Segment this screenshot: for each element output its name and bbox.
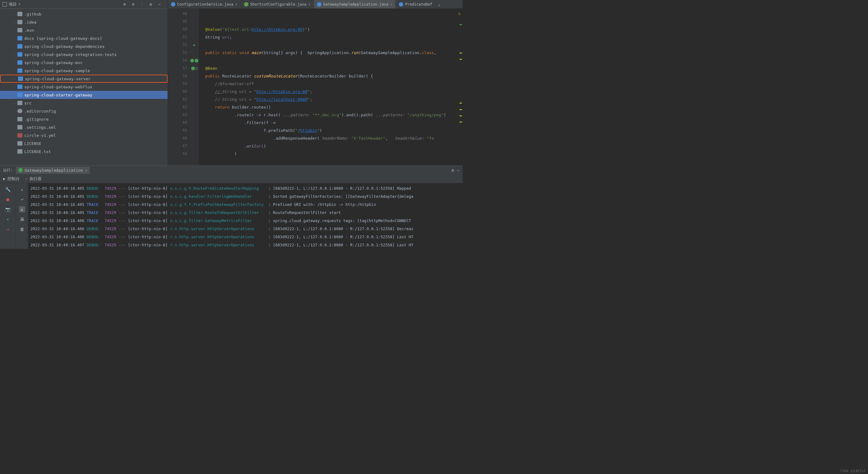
tree-item[interactable]: ›spring-cloud-gateway-webflux — [0, 83, 167, 91]
tree-item[interactable]: ›.idea — [0, 18, 167, 26]
run-config-tab[interactable]: GatewaySampleApplication × — [16, 167, 90, 174]
run-gutter-icon[interactable]: ▶ — [193, 43, 195, 47]
editor-tab[interactable]: PredicateDef — [396, 0, 436, 8]
tree-item-label: .idea — [24, 20, 36, 25]
close-icon[interactable]: × — [235, 2, 238, 6]
tab-label: ShortcutConfigurable.java — [250, 2, 307, 6]
tree-item[interactable]: .settings.xml — [0, 123, 167, 131]
chevron-icon[interactable]: › — [12, 21, 16, 24]
line-number: 51 — [168, 33, 187, 41]
stop-button[interactable]: ■ — [5, 196, 11, 203]
tree-item[interactable]: ›spring-cloud-gateway-mvc — [0, 58, 167, 66]
minimize-icon[interactable]: — — [457, 168, 460, 173]
bug-icon[interactable]: ✶ — [5, 216, 11, 223]
tree-item[interactable]: ›spring-cloud-gateway-sample — [0, 66, 167, 75]
folder-icon — [18, 101, 22, 105]
line-number: 66 — [168, 135, 187, 142]
log-line: 2022-03-31 10:40:18.405 TRACE 74529 --- … — [30, 209, 460, 217]
editor-tab[interactable]: ShortcutConfigurable.java× — [241, 0, 314, 8]
project-title: 项目 — [9, 2, 17, 7]
tabs-dropdown-icon[interactable]: ⌄ — [436, 0, 443, 8]
tree-item[interactable]: .editorconfig — [0, 107, 167, 115]
run-label: 运行: — [3, 168, 13, 173]
chevron-icon[interactable]: › — [12, 61, 16, 64]
tree-item[interactable]: ›.mvn — [0, 26, 167, 34]
tree-item[interactable]: circle-v1.yml — [0, 131, 167, 139]
module-icon — [18, 52, 22, 57]
run-header: 运行: GatewaySampleApplication × ⚙ — — [0, 166, 463, 175]
chevron-icon[interactable]: › — [13, 77, 16, 81]
wrap-icon[interactable]: ⤶ — [19, 196, 25, 203]
file-icon — [171, 2, 175, 6]
close-icon[interactable]: × — [390, 2, 392, 6]
log-line: 2022-03-31 10:40:18.407 DEBUG 74529 --- … — [30, 241, 460, 249]
chevron-icon[interactable]: › — [12, 12, 16, 16]
bean-icon[interactable] — [190, 59, 194, 62]
file-icon — [18, 117, 22, 121]
tree-item-label: spring-cloud-gateway-dependencies — [24, 44, 104, 49]
file-icon — [399, 2, 403, 6]
target-icon[interactable]: ⊕ — [123, 2, 128, 7]
tree-item[interactable]: ›docs [spring-cloud-gateway-docs] — [0, 34, 167, 42]
tree-item[interactable]: ›src — [0, 99, 167, 107]
tree-item-label: spring-cloud-gateway-mvc — [24, 60, 83, 65]
tree-item[interactable]: LICENSE.txt — [0, 147, 167, 155]
chevron-icon[interactable]: › — [12, 37, 16, 40]
down-icon[interactable]: ↓ — [19, 186, 25, 192]
bean-icon[interactable] — [195, 59, 198, 62]
chevron-icon[interactable]: › — [12, 69, 16, 72]
print-icon[interactable]: 🖶 — [19, 216, 25, 223]
exit-icon[interactable]: ⇥ — [5, 226, 11, 232]
chevron-icon[interactable]: › — [12, 29, 16, 32]
folder-icon — [18, 20, 22, 24]
tab-label: GatewaySampleApplication.java — [323, 2, 389, 6]
chevron-icon[interactable]: › — [12, 93, 16, 97]
minimize-icon[interactable]: — — [158, 2, 163, 7]
tree-item-label: LICENSE.txt — [24, 149, 51, 154]
play-icon: ▶ — [3, 176, 6, 181]
code-content[interactable]: @Value("${test.uri:http://httpbin.org:80… — [199, 9, 463, 166]
project-tree[interactable]: ›.github›.idea›.mvn›docs [spring-cloud-g… — [0, 9, 167, 166]
log-line: 2022-03-31 10:40:18.406 TRACE 74529 --- … — [30, 217, 460, 225]
console-tab[interactable]: ▶控制台 — [3, 176, 20, 182]
tree-item-label: .gitignore — [24, 117, 49, 122]
tree-item[interactable]: ›spring-cloud-starter-gateway — [0, 91, 167, 99]
wrench-icon[interactable]: 🔧 — [5, 186, 11, 192]
chevron-icon[interactable]: › — [12, 53, 16, 56]
scroll-icon[interactable]: ⇊ — [19, 206, 25, 212]
tree-item[interactable]: ›spring-cloud-gateway-dependencies — [0, 42, 167, 50]
at-icon[interactable]: @ — [195, 66, 198, 70]
tree-item-label: .github — [24, 12, 41, 17]
trash-icon[interactable]: 🗑 — [19, 226, 25, 232]
project-icon — [2, 2, 7, 6]
tree-item-label: spring-cloud-gateway-server — [25, 77, 90, 81]
dropdown-icon[interactable]: ▼ — [19, 2, 21, 6]
collapse-icon[interactable]: ≡ — [132, 2, 137, 7]
actuator-tab[interactable]: ⚛执行器 — [25, 176, 42, 182]
module-icon — [18, 93, 22, 97]
chevron-icon[interactable]: › — [12, 85, 16, 89]
tree-item[interactable]: .gitignore — [0, 115, 167, 123]
camera-icon[interactable]: 📷 — [5, 206, 11, 212]
close-icon[interactable]: × — [85, 168, 87, 173]
close-icon[interactable]: × — [308, 2, 310, 6]
file-icon — [244, 2, 248, 6]
chevron-icon[interactable]: › — [12, 101, 16, 105]
editor-tab[interactable]: ConfigurationService.java× — [168, 0, 241, 8]
line-number: 56 — [168, 57, 187, 64]
tree-item[interactable]: ›.github — [0, 10, 167, 18]
tree-item[interactable]: LICENSE — [0, 139, 167, 147]
line-number: 64 — [168, 119, 187, 126]
tree-item-label: spring-cloud-gateway-sample — [24, 68, 90, 73]
editor-tab[interactable]: GatewaySampleApplication.java× — [314, 0, 396, 8]
gear-icon[interactable]: ⚙ — [150, 2, 155, 7]
tree-item[interactable]: ›spring-cloud-gateway-server — [0, 75, 167, 83]
tree-item[interactable]: ›spring-cloud-gateway-integration-tests — [0, 50, 167, 58]
gear-icon[interactable]: ⚙ — [452, 168, 454, 173]
console-output[interactable]: 2022-03-31 10:40:18.405 DEBUG 74529 --- … — [28, 183, 463, 249]
chevron-icon[interactable]: › — [12, 45, 16, 48]
marks-strip[interactable] — [459, 9, 463, 166]
bean-icon[interactable] — [191, 66, 195, 70]
actuator-icon: ⚛ — [25, 176, 28, 181]
code-area[interactable]: 48495051525556575859606162636465666768 ▶… — [168, 9, 463, 166]
